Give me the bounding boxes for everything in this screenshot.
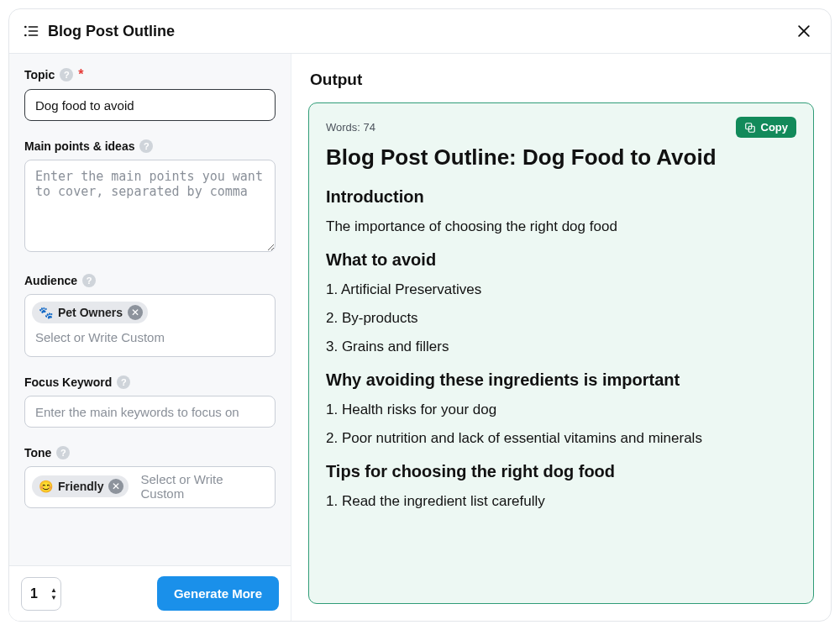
generate-button[interactable]: Generate More xyxy=(157,576,279,611)
tone-placeholder: Select or Write Custom xyxy=(140,472,268,501)
form-bottombar: 1 ▲ ▼ Generate More xyxy=(9,565,291,621)
focus-keyword-input[interactable] xyxy=(24,396,276,428)
tone-chip: 😊 Friendly ✕ xyxy=(32,475,129,497)
doc-list-item: 2. By-products xyxy=(326,310,796,327)
help-icon[interactable]: ? xyxy=(82,274,96,287)
audience-chip: 🐾 Pet Owners ✕ xyxy=(32,302,148,323)
help-icon[interactable]: ? xyxy=(117,375,130,389)
titlebar: Blog Post Outline xyxy=(9,9,831,54)
audience-chip-text: Pet Owners xyxy=(58,306,123,319)
remove-chip-button[interactable]: ✕ xyxy=(128,305,143,320)
quantity-down[interactable]: ▼ xyxy=(50,594,57,601)
doc-list-item: 1. Health risks for your dog xyxy=(326,402,796,418)
paw-icon: 🐾 xyxy=(39,306,53,319)
doc-section-heading: Tips for choosing the right dog food xyxy=(326,462,796,481)
main-points-label: Main points & ideas xyxy=(24,139,134,153)
field-main-points: Main points & ideas ? xyxy=(24,139,276,255)
doc-title: Blog Post Outline: Dog Food to Avoid xyxy=(326,144,796,171)
quantity-stepper[interactable]: 1 ▲ ▼ xyxy=(21,577,61,611)
dialog: Blog Post Outline Topic ? * xyxy=(8,8,832,622)
field-topic: Topic ? * xyxy=(24,67,276,121)
main-points-input[interactable] xyxy=(24,160,276,252)
word-count: Words: 74 xyxy=(326,121,375,134)
svg-point-1 xyxy=(24,34,27,37)
help-icon[interactable]: ? xyxy=(56,446,70,459)
titlebar-left: Blog Post Outline xyxy=(23,23,175,40)
quantity-value: 1 xyxy=(30,586,38,601)
copy-button[interactable]: Copy xyxy=(736,117,797,138)
topic-input[interactable] xyxy=(24,89,276,121)
help-icon[interactable]: ? xyxy=(139,139,153,153)
help-icon[interactable]: ? xyxy=(60,68,73,81)
tone-label: Tone xyxy=(24,446,51,459)
required-indicator: * xyxy=(78,67,83,82)
quantity-up[interactable]: ▲ xyxy=(50,586,57,594)
body: Topic ? * Main points & ideas ? xyxy=(9,54,831,621)
doc-section-heading: Why avoiding these ingredients is import… xyxy=(326,370,796,390)
dialog-title: Blog Post Outline xyxy=(48,23,175,40)
tone-select[interactable]: 😊 Friendly ✕ Select or Write Custom xyxy=(24,466,276,508)
doc-list-item: 2. Poor nutrition and lack of essential … xyxy=(326,430,796,447)
audience-select[interactable]: 🐾 Pet Owners ✕ Select or Write Custom xyxy=(24,294,276,357)
form-area: Topic ? * Main points & ideas ? xyxy=(9,54,291,565)
copy-label: Copy xyxy=(761,121,789,134)
doc-paragraph: The importance of choosing the right dog… xyxy=(326,218,796,235)
field-focus-keyword: Focus Keyword ? xyxy=(24,375,276,428)
doc-section-heading: What to avoid xyxy=(326,250,796,270)
audience-placeholder: Select or Write Custom xyxy=(32,325,268,349)
form-panel: Topic ? * Main points & ideas ? xyxy=(9,54,291,621)
topic-label: Topic xyxy=(24,68,55,81)
outline-icon xyxy=(23,23,39,39)
output-card: Words: 74 Copy Blog Post Outline: Dog Fo… xyxy=(308,102,814,604)
smile-icon: 😊 xyxy=(39,480,53,493)
focus-keyword-label: Focus Keyword xyxy=(24,375,112,389)
doc-section-heading: Introduction xyxy=(326,187,796,207)
tone-chip-text: Friendly xyxy=(58,480,103,493)
close-button[interactable] xyxy=(794,21,814,41)
doc-list-item: 3. Grains and fillers xyxy=(326,339,796,355)
doc-list-item: 1. Read the ingredient list carefully xyxy=(326,493,796,510)
copy-icon xyxy=(744,122,756,134)
field-tone: Tone ? 😊 Friendly ✕ Select or Write Cust… xyxy=(24,446,276,508)
svg-point-0 xyxy=(24,26,27,29)
output-heading: Output xyxy=(310,71,812,89)
audience-label: Audience xyxy=(24,274,77,287)
output-document: Blog Post Outline: Dog Food to Avoid Int… xyxy=(326,144,796,510)
field-audience: Audience ? 🐾 Pet Owners ✕ Select or Writ… xyxy=(24,274,276,357)
doc-list-item: 1. Artificial Preservatives xyxy=(326,281,796,298)
output-panel: Output Words: 74 Copy xyxy=(291,54,831,621)
remove-chip-button[interactable]: ✕ xyxy=(108,479,123,494)
